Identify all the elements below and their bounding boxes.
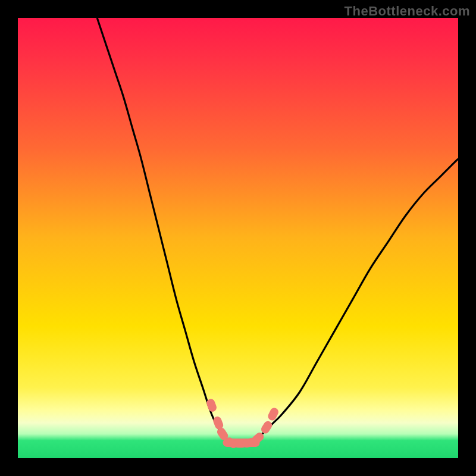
marker-dot xyxy=(259,419,274,435)
chart-svg xyxy=(18,18,458,458)
left-curve xyxy=(97,18,227,440)
markers-group xyxy=(205,397,280,449)
plot-area xyxy=(18,18,458,458)
right-curve xyxy=(256,159,458,441)
chart-frame: TheBottleneck.com xyxy=(0,0,476,476)
watermark-text: TheBottleneck.com xyxy=(345,4,470,19)
